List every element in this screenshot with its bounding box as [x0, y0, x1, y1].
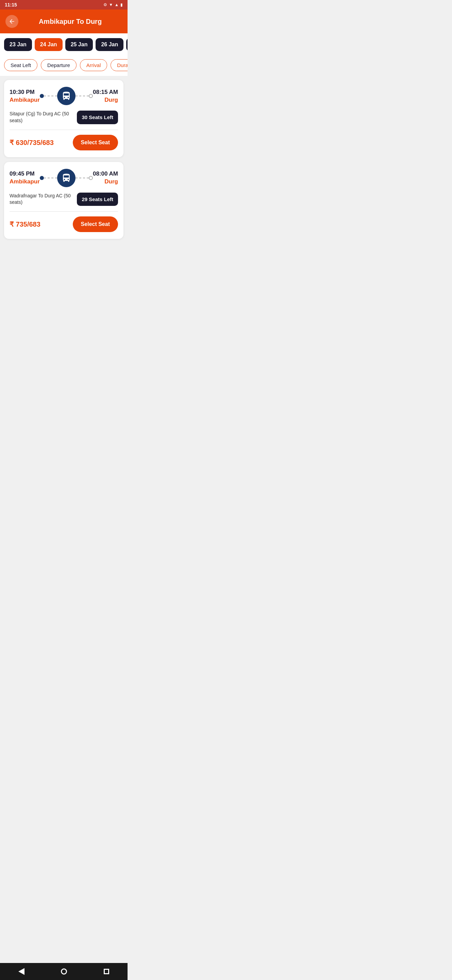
arrival-time-0: 08:15 AM [93, 89, 118, 95]
battery-icon: ▮ [121, 2, 123, 7]
destination-dot-1 [89, 176, 93, 180]
divider-0 [10, 130, 118, 130]
bus-card-1: 09:45 PM Ambikapur 08:00 AM Durg Wad [4, 162, 124, 239]
arrival-info-1: 08:00 AM Durg [93, 170, 118, 185]
date-chip-1[interactable]: 24 Jan [35, 38, 63, 51]
seats-badge-1: 29 Seats Left [77, 192, 118, 206]
date-chip-0[interactable]: 23 Jan [4, 38, 32, 51]
select-seat-button-1[interactable]: Select Seat [73, 216, 118, 232]
departure-time-1: 09:45 PM [10, 170, 40, 177]
route-row-1: 09:45 PM Ambikapur 08:00 AM Durg [10, 169, 118, 187]
date-chip-2[interactable]: 25 Jan [65, 38, 93, 51]
info-row-1: Wadrafnagar To Durg AC (50 seats) 29 Sea… [10, 192, 118, 206]
date-chip-3[interactable]: 26 Jan [95, 38, 124, 51]
departure-city-0: Ambikapur [10, 97, 40, 103]
arrival-info-0: 08:15 AM Durg [93, 89, 118, 103]
departure-time-0: 10:30 PM [10, 89, 40, 95]
header: Ambikapur To Durg [0, 10, 127, 33]
filter-duration[interactable]: Duration [111, 59, 127, 71]
select-seat-button-0[interactable]: Select Seat [73, 135, 118, 150]
dashed-line-left-0 [44, 95, 57, 96]
departure-info-1: 09:45 PM Ambikapur [10, 170, 40, 185]
filter-departure[interactable]: Departure [41, 59, 76, 71]
route-visual-1 [40, 169, 93, 187]
bus-card-0: 10:30 PM Ambikapur 08:15 AM Durg Sit [4, 80, 124, 157]
page-title: Ambikapur To Durg [18, 18, 122, 25]
bus-icon-1 [57, 169, 76, 187]
wifi-icon: ▼ [109, 2, 113, 7]
price-row-1: ₹ 735/683 Select Seat [10, 216, 118, 232]
status-time: 11:15 [5, 2, 17, 8]
route-row-0: 10:30 PM Ambikapur 08:15 AM Durg [10, 87, 118, 105]
settings-icon: ⚙ [103, 2, 107, 7]
bus-description-1: Wadrafnagar To Durg AC (50 seats) [10, 192, 77, 206]
price-row-0: ₹ 630/735/683 Select Seat [10, 135, 118, 150]
dashed-line-right-1 [76, 178, 89, 178]
bus-description-0: Sitapur (Cg) To Durg AC (50 seats) [10, 111, 77, 124]
destination-dot-0 [89, 94, 93, 98]
back-button[interactable] [5, 15, 18, 28]
arrival-time-1: 08:00 AM [93, 170, 118, 177]
filter-seat-left[interactable]: Seat Left [4, 59, 37, 71]
info-row-0: Sitapur (Cg) To Durg AC (50 seats) 30 Se… [10, 111, 118, 124]
arrival-city-0: Durg [93, 97, 118, 103]
seats-badge-0: 30 Seats Left [77, 111, 118, 124]
dashed-line-left-1 [44, 178, 57, 178]
dashed-line-right-0 [76, 95, 89, 96]
departure-info-0: 10:30 PM Ambikapur [10, 89, 40, 103]
filter-arrival[interactable]: Arrival [80, 59, 108, 71]
route-visual-0 [40, 87, 93, 105]
filter-row: Seat Left Departure Arrival Duration [0, 56, 127, 76]
origin-dot-0 [40, 94, 44, 98]
status-icons: ⚙ ▼ ▲ ▮ [103, 2, 123, 7]
date-chip-4[interactable]: 27 J [126, 38, 127, 51]
departure-city-1: Ambikapur [10, 178, 40, 185]
price-0: ₹ 630/735/683 [10, 138, 54, 147]
date-selector: 23 Jan 24 Jan 25 Jan 26 Jan 27 J [0, 33, 127, 56]
signal-icon: ▲ [114, 2, 119, 7]
status-bar: 11:15 ⚙ ▼ ▲ ▮ [0, 0, 127, 10]
origin-dot-1 [40, 176, 44, 180]
arrival-city-1: Durg [93, 178, 118, 185]
divider-1 [10, 211, 118, 212]
main-content: 10:30 PM Ambikapur 08:15 AM Durg Sit [0, 76, 127, 243]
bus-icon-0 [57, 87, 76, 105]
price-1: ₹ 735/683 [10, 220, 40, 228]
